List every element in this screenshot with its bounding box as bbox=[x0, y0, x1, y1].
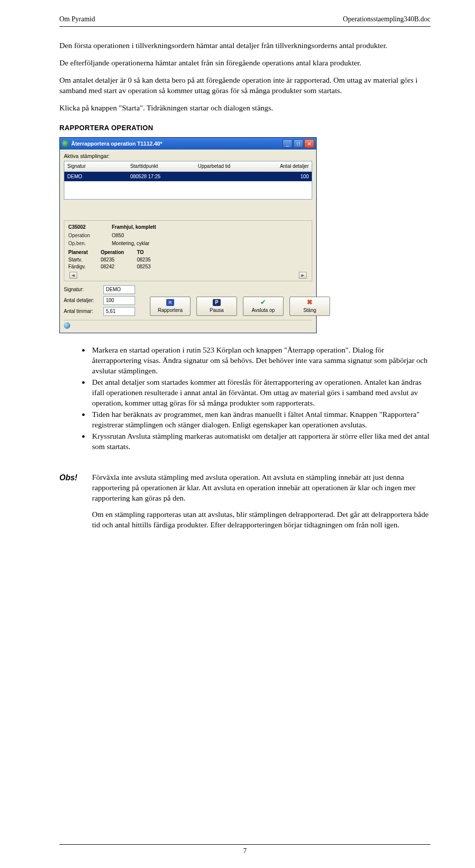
antal-timmar-label: Antal timmar: bbox=[64, 308, 99, 315]
check-icon: ✔ bbox=[259, 299, 267, 306]
opben-value: Montering, cyklar bbox=[112, 240, 149, 247]
plan-table: Planerat Startv. Färdigv. Operation 0823… bbox=[68, 249, 308, 270]
artno: C35002 bbox=[68, 224, 98, 231]
stang-button[interactable]: ✖ Stäng bbox=[289, 297, 330, 316]
col-starttid: Starttidpunkt bbox=[130, 163, 178, 170]
cell-signatur: DEMO bbox=[67, 173, 110, 180]
avsluta-button[interactable]: ✔ Avsluta op bbox=[243, 297, 284, 316]
app-icon bbox=[62, 140, 69, 147]
col-upparbetad: Upparbetad tid bbox=[198, 163, 251, 170]
operation-label: Operation bbox=[68, 232, 98, 239]
obs-para-1: Förväxla inte avsluta stämpling med avsl… bbox=[92, 472, 430, 504]
fardigv-op: 08242 bbox=[100, 263, 124, 270]
bullet-list: Markera en startad operation i rutin 523… bbox=[90, 345, 430, 452]
signatur-label: Signatur: bbox=[64, 286, 99, 293]
obs-para-2: Om en stämpling rapporteras utan att avs… bbox=[92, 510, 430, 530]
scroll-right-icon[interactable]: ► bbox=[299, 272, 307, 279]
artname: Framhjul, komplett bbox=[112, 224, 156, 231]
header-right: Operationsstaempling340B.doc bbox=[343, 15, 430, 24]
page-number: 7 bbox=[243, 847, 247, 855]
startv-to: 08235 bbox=[137, 256, 151, 263]
scroll-left-icon[interactable]: ◄ bbox=[69, 272, 77, 279]
cell-upparbetad bbox=[198, 173, 251, 180]
opben-label: Op.ben. bbox=[68, 240, 98, 247]
close-button[interactable]: ✕ bbox=[304, 139, 314, 148]
list-item: Det antal detaljer som startades kommer … bbox=[90, 377, 430, 408]
panel-scroll: ◄ ► bbox=[68, 272, 308, 279]
rapportera-button[interactable]: R Rapportera bbox=[150, 297, 190, 316]
aktiva-label: Aktiva stämplingar: bbox=[64, 153, 312, 160]
list-item: Markera en startad operation i rutin 523… bbox=[90, 345, 430, 376]
stang-label: Stäng bbox=[303, 307, 316, 313]
fardigv-label: Färdigv. bbox=[68, 263, 88, 270]
rapportera-label: Rapportera bbox=[158, 307, 183, 313]
statusbar bbox=[64, 320, 312, 329]
window-body: Aktiva stämplingar: Signatur Starttidpun… bbox=[60, 150, 316, 333]
pausa-label: Pausa bbox=[210, 307, 224, 313]
page-footer: 7 bbox=[59, 844, 430, 856]
close-icon: ✖ bbox=[306, 299, 314, 306]
para-3: Om antalet detaljer är 0 så kan detta be… bbox=[59, 75, 430, 96]
grid-row-selected[interactable]: DEMO 080528 17:25 100 bbox=[64, 172, 312, 182]
plan-head-to: TO bbox=[137, 249, 151, 256]
para-2: De efterföljande operationerna hämtar an… bbox=[59, 58, 430, 68]
titlebar[interactable]: Återrapportera operation T1112.40* _ □ ✕ bbox=[60, 138, 316, 150]
antal-detaljer-input[interactable]: 100 bbox=[103, 296, 135, 305]
input-fields: Signatur: DEMO Antal detaljer: 100 Antal… bbox=[64, 285, 135, 316]
button-row: R Rapportera P Pausa ✔ Avsluta op ✖ Stän… bbox=[150, 297, 330, 316]
header-left: Om Pyramid bbox=[59, 15, 95, 24]
grid-empty-area bbox=[64, 181, 312, 199]
operation-value: O850 bbox=[112, 232, 124, 239]
obs-block: Obs! Förväxla inte avsluta stämpling med… bbox=[59, 472, 430, 536]
maximize-button[interactable]: □ bbox=[293, 139, 303, 148]
cell-starttid: 080528 17:25 bbox=[130, 173, 178, 180]
col-antal: Antal detaljer bbox=[271, 163, 309, 170]
list-item: Tiden har beräknats av programmet, men k… bbox=[90, 409, 430, 430]
signatur-input[interactable]: DEMO bbox=[103, 285, 135, 294]
grid-header: Signatur Starttidpunkt Upparbetad tid An… bbox=[64, 161, 312, 172]
obs-label: Obs! bbox=[59, 472, 81, 536]
dialog-aterrapportera: Återrapportera operation T1112.40* _ □ ✕… bbox=[59, 137, 317, 333]
fardigv-to: 08253 bbox=[137, 263, 151, 270]
list-item: Kryssrutan Avsluta stämpling markeras au… bbox=[90, 431, 430, 452]
minimize-button[interactable]: _ bbox=[283, 139, 292, 148]
obs-body: Förväxla inte avsluta stämpling med avsl… bbox=[92, 472, 430, 536]
plan-head-operation: Operation bbox=[100, 249, 124, 256]
antal-timmar-input[interactable]: 5,61 bbox=[103, 307, 135, 316]
pause-icon: P bbox=[213, 299, 221, 306]
stamplingar-grid[interactable]: Signatur Starttidpunkt Upparbetad tid An… bbox=[64, 161, 312, 200]
detail-panel: C35002 Framhjul, komplett Operation O850… bbox=[64, 220, 312, 281]
bottom-row: Signatur: DEMO Antal detaljer: 100 Antal… bbox=[64, 285, 312, 316]
section-title: RAPPORTERA OPERATION bbox=[59, 123, 430, 133]
startv-op: 08235 bbox=[100, 256, 124, 263]
para-4: Klicka på knappen "Starta". Tidräkningen… bbox=[59, 103, 430, 113]
col-signatur: Signatur bbox=[67, 163, 110, 170]
para-1: Den första operationen i tillverkningsor… bbox=[59, 41, 430, 51]
plan-head-planerat: Planerat bbox=[68, 249, 88, 256]
pausa-button[interactable]: P Pausa bbox=[196, 297, 237, 316]
avsluta-label: Avsluta op bbox=[252, 307, 275, 313]
antal-detaljer-label: Antal detaljer: bbox=[64, 297, 99, 304]
window-title: Återrapportera operation T1112.40* bbox=[71, 140, 282, 148]
startv-label: Startv. bbox=[68, 256, 88, 263]
cell-antal: 100 bbox=[271, 173, 309, 180]
globe-icon bbox=[64, 322, 70, 329]
page-header: Om Pyramid Operationsstaempling340B.doc bbox=[59, 15, 430, 27]
report-icon: R bbox=[166, 299, 174, 306]
